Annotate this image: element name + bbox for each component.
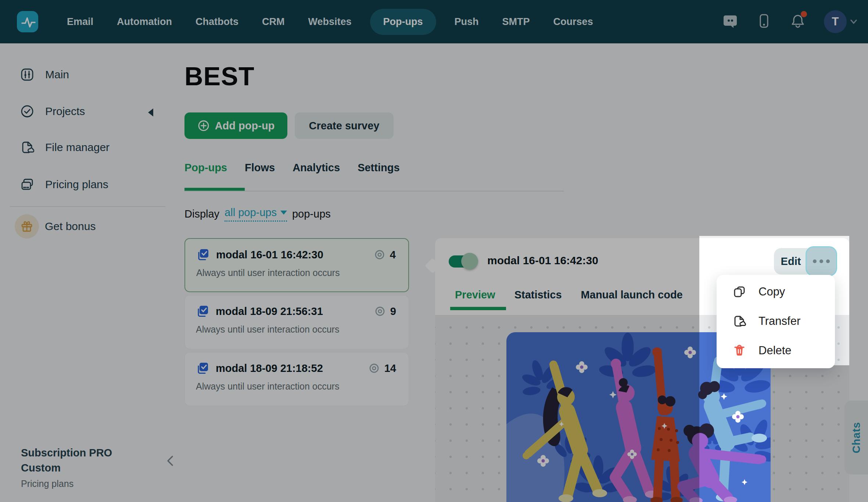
- add-popup-label: Add pop-up: [215, 120, 275, 132]
- modal-icon: [195, 361, 209, 375]
- sidebar-item-label: Main: [45, 68, 69, 81]
- popup-card[interactable]: modal 18-09 21:18:52 14 Always until use…: [184, 352, 409, 406]
- chats-label: Chats: [850, 422, 862, 453]
- account-menu[interactable]: T: [824, 10, 857, 33]
- file-cloud-icon: [20, 140, 34, 154]
- tab-analytics[interactable]: Analytics: [293, 162, 340, 174]
- sliders-icon: [20, 68, 34, 82]
- nav-item-popups[interactable]: Pop-ups: [370, 9, 436, 35]
- popup-schedule: Always until user interaction occurs: [196, 324, 396, 335]
- page-title: BEST: [184, 62, 255, 91]
- ellipsis-icon: [813, 259, 817, 263]
- create-survey-label: Create survey: [309, 120, 380, 132]
- chat-bubble-icon[interactable]: [722, 13, 738, 30]
- bell-icon[interactable]: [790, 13, 806, 30]
- sidebar-item-label: Pricing plans: [45, 178, 108, 191]
- cards-icon: [20, 178, 34, 191]
- more-options-button[interactable]: [806, 246, 837, 276]
- gift-icon: [15, 214, 39, 239]
- tab-manual-launch-code[interactable]: Manual launch code: [581, 289, 683, 301]
- filter-value: all pop-ups: [225, 207, 277, 219]
- main-tabs: Pop-ups Flows Analytics Settings: [184, 162, 400, 174]
- copy-icon: [733, 285, 746, 298]
- popup-detail-title: modal 16-01 16:42:30: [487, 254, 598, 267]
- ellipsis-icon: [819, 259, 823, 263]
- add-popup-button[interactable]: Add pop-up: [184, 112, 287, 139]
- menu-item-copy[interactable]: Copy: [717, 277, 835, 306]
- nav-right-icons: T: [722, 10, 857, 33]
- menu-item-label: Copy: [758, 285, 785, 298]
- display-label: Display: [184, 208, 219, 220]
- sidebar-item-main[interactable]: Main: [20, 68, 69, 82]
- subscription-link[interactable]: Pricing plans: [21, 478, 112, 489]
- views-count: 14: [384, 362, 396, 374]
- sidebar-item-label: Projects: [45, 105, 85, 118]
- sidebar-item-get-bonus[interactable]: Get bonus: [15, 214, 96, 239]
- menu-item-label: Transfer: [758, 315, 800, 328]
- enabled-toggle[interactable]: [449, 255, 477, 268]
- plus-circle-icon: [197, 119, 210, 132]
- sidebar-item-projects[interactable]: Projects: [20, 104, 85, 118]
- sidebar-collapse-icon[interactable]: [165, 454, 175, 469]
- projects-icon: [20, 104, 34, 118]
- brand-logo-icon[interactable]: [17, 11, 38, 32]
- views-icon: [374, 305, 386, 317]
- tabs-divider: [184, 191, 564, 191]
- display-filter-row: Display all pop-ups pop-ups: [184, 207, 331, 222]
- popup-title: modal 18-09 21:56:31: [216, 305, 323, 318]
- notification-dot: [801, 11, 807, 17]
- menu-item-transfer[interactable]: Transfer: [717, 306, 835, 336]
- nav-item-courses[interactable]: Courses: [553, 16, 593, 28]
- toggle-knob: [461, 253, 478, 270]
- tab-popups[interactable]: Pop-ups: [184, 162, 227, 174]
- popup-actions-menu: Copy Transfer Delete: [717, 275, 835, 368]
- chats-side-tab[interactable]: Chats: [844, 401, 868, 474]
- transfer-icon: [733, 315, 746, 328]
- popup-title: modal 16-01 16:42:30: [216, 249, 323, 261]
- trash-icon: [733, 344, 746, 357]
- popup-card-selected[interactable]: modal 16-01 16:42:30 4 Always until user…: [184, 238, 409, 292]
- modal-icon: [196, 248, 209, 262]
- views-count: 9: [390, 305, 396, 318]
- edit-button[interactable]: Edit: [774, 248, 808, 275]
- nav-item-smtp[interactable]: SMTP: [502, 16, 530, 28]
- popup-title: modal 18-09 21:18:52: [216, 362, 323, 374]
- menu-item-delete[interactable]: Delete: [717, 336, 835, 365]
- nav-item-chatbots[interactable]: Chatbots: [196, 16, 238, 28]
- nav-item-websites[interactable]: Websites: [308, 16, 352, 28]
- modal-icon: [195, 304, 209, 318]
- nav-item-push[interactable]: Push: [455, 16, 479, 28]
- chevron-down-icon: [850, 19, 857, 24]
- popup-card[interactable]: modal 18-09 21:56:31 9 Always until user…: [184, 295, 409, 349]
- views-icon: [368, 362, 380, 374]
- sidebar-item-file-manager[interactable]: File manager: [20, 140, 110, 154]
- nav-item-crm[interactable]: CRM: [262, 16, 285, 28]
- mobile-icon[interactable]: [756, 13, 772, 30]
- tab-flows[interactable]: Flows: [245, 162, 275, 174]
- popup-filter-dropdown[interactable]: all pop-ups: [225, 207, 287, 222]
- nav-item-automation[interactable]: Automation: [117, 16, 172, 28]
- views-icon: [374, 249, 385, 261]
- avatar[interactable]: T: [824, 10, 847, 33]
- subscription-info: Subscription PRO Custom Pricing plans: [21, 445, 112, 489]
- ellipsis-icon: [826, 259, 830, 263]
- popup-schedule: Always until user interaction occurs: [196, 381, 396, 392]
- menu-item-label: Delete: [758, 344, 792, 357]
- panel-active-tab-underline: [450, 307, 506, 310]
- subscription-plan: Subscription PRO: [21, 445, 112, 460]
- tab-statistics[interactable]: Statistics: [514, 289, 562, 301]
- collapse-arrow-icon[interactable]: [148, 108, 153, 116]
- create-survey-button[interactable]: Create survey: [295, 112, 394, 139]
- nav-item-email[interactable]: Email: [67, 16, 93, 28]
- tab-settings[interactable]: Settings: [358, 162, 399, 174]
- views-count: 4: [390, 249, 396, 261]
- caret-down-icon: [280, 211, 287, 215]
- sidebar-divider: [10, 206, 165, 207]
- panel-tabs: Preview Statistics Manual launch code: [455, 289, 683, 301]
- tab-preview[interactable]: Preview: [455, 289, 495, 301]
- edit-label: Edit: [781, 255, 801, 268]
- sidebar-item-label: Get bonus: [45, 220, 96, 233]
- nav-items: Email Automation Chatbots CRM Websites P…: [67, 9, 593, 35]
- sidebar-item-pricing-plans[interactable]: Pricing plans: [20, 178, 108, 191]
- top-nav: Email Automation Chatbots CRM Websites P…: [0, 0, 868, 43]
